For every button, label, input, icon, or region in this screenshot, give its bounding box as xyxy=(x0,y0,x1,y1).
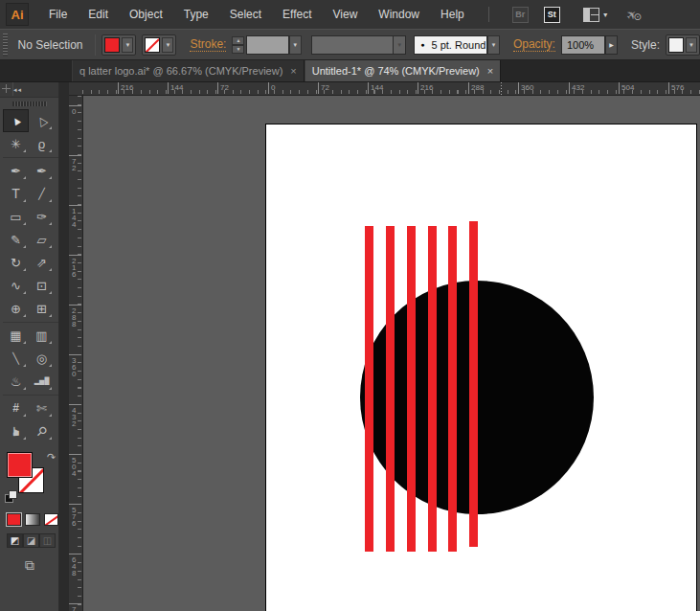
red-stripe-shape[interactable] xyxy=(428,226,437,552)
red-stripe-shape[interactable] xyxy=(407,226,416,552)
draw-inside-button[interactable]: ◫ xyxy=(39,533,56,548)
free-transform-tool[interactable]: ⊡ xyxy=(29,274,55,297)
magic-wand-tool[interactable]: ✳ xyxy=(3,132,29,155)
hand-tool[interactable]: ☛ xyxy=(3,419,29,442)
vertical-ruler[interactable]: 072144216288360432504576648720 xyxy=(69,96,83,611)
stroke-weight-field[interactable] xyxy=(246,35,288,55)
opacity-expand-icon[interactable]: ▶ xyxy=(605,35,618,55)
menu-window[interactable]: Window xyxy=(368,8,430,21)
swap-fill-stroke-icon[interactable]: ↷ xyxy=(47,451,56,464)
opacity-panel-link[interactable]: Opacity: xyxy=(513,37,555,52)
menu-type[interactable]: Type xyxy=(173,8,219,21)
width-tool[interactable]: ∿ xyxy=(3,274,29,297)
gradient-button[interactable] xyxy=(25,513,39,526)
paintbrush-tool[interactable]: ✑ xyxy=(29,205,55,228)
fill-color-control[interactable]: ▼ xyxy=(102,34,136,56)
controlbar-grip[interactable] xyxy=(3,34,8,57)
line-tool[interactable]: ╱ xyxy=(29,182,55,205)
none-button[interactable] xyxy=(44,513,58,526)
screen-mode-button[interactable]: ⧉ xyxy=(19,557,40,574)
horizontal-ruler[interactable]: 21614472072144216288360432504576 xyxy=(69,82,700,96)
document-tab-2[interactable]: Untitled-1* @ 74% (CMYK/Preview)× xyxy=(305,60,501,81)
fill-dropdown-arrow-icon[interactable]: ▼ xyxy=(122,37,133,53)
brush-definition-dropdown[interactable]: ● 5 pt. Round xyxy=(414,35,487,55)
workspace-switcher-button[interactable]: ▼ xyxy=(583,8,609,22)
shape-builder-tool[interactable]: ⊕ xyxy=(3,297,29,320)
workspace-layout-icon xyxy=(583,8,599,22)
red-stripe-shape[interactable] xyxy=(386,226,395,552)
stroke-weight-dropdown-icon[interactable]: ▼ xyxy=(289,35,302,55)
gradient-tool[interactable]: ▥ xyxy=(29,324,55,347)
selection-tool[interactable]: ▲ xyxy=(3,109,29,132)
ruler-label: 216 xyxy=(72,258,76,278)
tools-panel-grip[interactable] xyxy=(12,102,47,106)
menu-view[interactable]: View xyxy=(323,8,369,21)
fill-stroke-proxy: ↷ xyxy=(5,452,58,508)
blend-tool[interactable]: ◎ xyxy=(29,347,55,370)
menu-select[interactable]: Select xyxy=(219,8,272,21)
menu-object[interactable]: Object xyxy=(119,8,173,21)
stroke-weight-stepper[interactable]: ▲ ▼ xyxy=(232,36,244,54)
document-tab-1[interactable]: q latter logo.ai* @ 66.67% (CMYK/Preview… xyxy=(72,60,305,81)
column-graph-tool[interactable]: ▂▅█ xyxy=(29,370,55,393)
eyedropper-tool[interactable]: ╲ xyxy=(3,347,29,370)
type-tool[interactable]: T xyxy=(3,182,29,205)
collapse-panel-icon[interactable]: ◂◂ xyxy=(13,86,22,94)
gpu-performance-button[interactable]: ✈ ⊙ xyxy=(626,7,642,22)
red-stripe-shape[interactable] xyxy=(469,221,478,547)
stepper-down-icon[interactable]: ▼ xyxy=(232,45,244,54)
perspective-grid-tool[interactable]: ⊞ xyxy=(29,297,55,320)
ruler-label: 432 xyxy=(572,83,584,93)
direct-selection-tool[interactable]: △ xyxy=(29,109,55,132)
draw-normal-button[interactable]: ◩ xyxy=(7,533,23,548)
fill-color-swatch[interactable] xyxy=(104,37,120,53)
style-dropdown-arrow-icon[interactable]: ▼ xyxy=(686,37,697,53)
ruler-tick xyxy=(619,82,620,94)
brush-definition-arrow-icon[interactable]: ▼ xyxy=(487,35,500,55)
eraser-tool[interactable]: ▱ xyxy=(29,228,55,251)
zoom-tool[interactable]: ⚲ xyxy=(29,419,55,442)
stroke-color-control[interactable]: ▼ xyxy=(142,34,176,56)
canvas[interactable] xyxy=(83,96,700,611)
tab-close-icon[interactable]: × xyxy=(290,65,296,77)
ruler-origin-box[interactable] xyxy=(0,82,13,96)
column-graph-tool-icon: ▂▅█ xyxy=(34,377,50,385)
width-profile-arrow-icon[interactable]: ▼ xyxy=(394,35,406,55)
lasso-tool[interactable]: ϱ xyxy=(29,132,55,155)
scale-tool[interactable]: ⇗ xyxy=(29,251,55,274)
mesh-tool[interactable]: ▦ xyxy=(3,324,29,347)
fill-proxy-swatch[interactable] xyxy=(7,452,33,478)
menu-help[interactable]: Help xyxy=(430,8,475,21)
pencil-tool-icon: ✎ xyxy=(11,233,21,247)
draw-behind-button[interactable]: ◪ xyxy=(23,533,39,548)
slice-tool[interactable]: ✄ xyxy=(29,396,55,419)
color-button[interactable] xyxy=(7,513,21,526)
stroke-none-swatch[interactable] xyxy=(145,37,160,53)
artboard-tool[interactable]: # xyxy=(3,396,29,419)
default-fill-stroke-icon[interactable] xyxy=(5,490,17,503)
stepper-up-icon[interactable]: ▲ xyxy=(232,36,244,45)
bridge-button[interactable]: Br xyxy=(512,7,529,23)
stock-button[interactable]: St xyxy=(544,7,560,23)
pen-tool[interactable]: ✒ xyxy=(3,159,29,182)
menu-edit[interactable]: Edit xyxy=(78,8,119,21)
menu-file[interactable]: File xyxy=(38,8,78,21)
menu-effect[interactable]: Effect xyxy=(272,8,322,21)
stroke-dropdown-arrow-icon[interactable]: ▼ xyxy=(162,37,173,53)
red-stripe-shape[interactable] xyxy=(448,226,457,552)
width-profile-dropdown[interactable] xyxy=(311,35,395,55)
width-tool-icon: ∿ xyxy=(11,279,21,293)
ruler-tick xyxy=(569,82,570,94)
red-stripe-shape[interactable] xyxy=(365,226,373,552)
stroke-panel-link[interactable]: Stroke: xyxy=(190,37,226,52)
curvature-tool[interactable]: ✒ xyxy=(29,159,55,182)
symbol-sprayer-tool[interactable]: ♨ xyxy=(3,370,29,393)
rotate-tool[interactable]: ↻ xyxy=(3,251,29,274)
opacity-field[interactable]: 100% xyxy=(561,35,605,55)
graphic-style-control[interactable]: ▼ xyxy=(666,34,700,56)
rectangle-tool[interactable]: ▭ xyxy=(3,205,29,228)
tab-close-icon[interactable]: × xyxy=(487,65,493,77)
divider xyxy=(95,34,97,56)
style-swatch[interactable] xyxy=(668,37,684,53)
pencil-tool[interactable]: ✎ xyxy=(3,228,29,251)
